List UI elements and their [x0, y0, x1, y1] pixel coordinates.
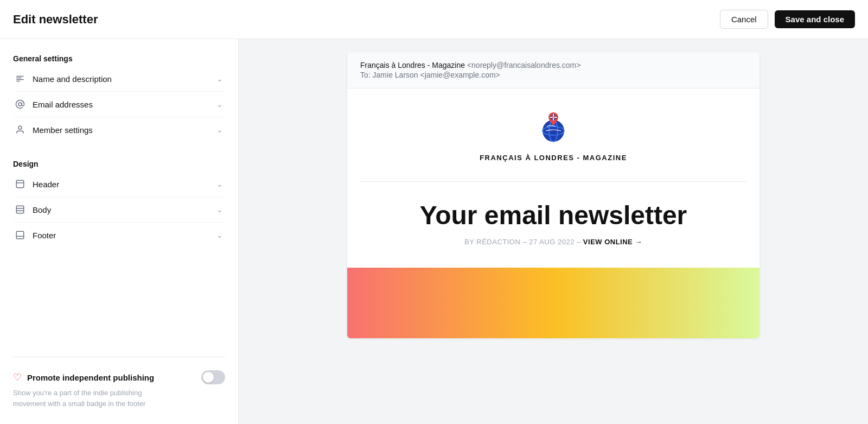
- at-icon: [15, 99, 25, 109]
- email-headline: Your email newsletter: [347, 201, 760, 230]
- svg-point-5: [18, 126, 22, 129]
- svg-rect-8: [16, 206, 24, 213]
- sidebar-item-name-description[interactable]: Name and description ⌄: [13, 66, 225, 92]
- email-card: Français à Londres - Magazine <noreply@f…: [347, 52, 760, 338]
- header-actions: Cancel Save and close: [720, 10, 855, 29]
- design-label: Design: [13, 160, 225, 168]
- body-layout-icon: [15, 205, 25, 214]
- promote-toggle[interactable]: [201, 370, 225, 384]
- person-icon: [15, 125, 25, 135]
- general-settings-label: General settings: [13, 54, 225, 63]
- design-section: Design Header ⌄: [13, 160, 225, 248]
- to-label: To:: [360, 71, 371, 79]
- email-divider: [360, 181, 746, 182]
- promote-description: Show you're a part of the indie publishi…: [13, 388, 154, 409]
- text-icon: [15, 74, 25, 84]
- sidebar-item-email-addresses[interactable]: Email addresses ⌄: [13, 92, 225, 117]
- to-value: Jamie Larson <jamie@example.com>: [373, 71, 500, 79]
- footer-layout-icon: [15, 230, 25, 240]
- body-label: Body: [33, 205, 51, 214]
- from-email: <noreply@francaisalondres.com>: [467, 61, 581, 69]
- svg-rect-6: [16, 180, 24, 188]
- email-from: Français à Londres - Magazine <noreply@f…: [360, 61, 746, 69]
- promote-section: ♡ Promote independent publishing Show yo…: [13, 357, 225, 409]
- email-byline: BY RÉDACTION – 27 AUG 2022 – VIEW ONLINE…: [347, 238, 760, 246]
- pub-name: FRANÇAIS À LONDRES - MAGAZINE: [347, 154, 760, 162]
- member-settings-label: Member settings: [33, 125, 93, 135]
- main-content: General settings Name and description ⌄: [0, 39, 868, 424]
- view-online-link[interactable]: VIEW ONLINE →: [583, 238, 642, 246]
- toggle-knob: [203, 372, 214, 383]
- email-preview: Français à Londres - Magazine <noreply@f…: [239, 39, 868, 424]
- cancel-button[interactable]: Cancel: [720, 10, 768, 29]
- header-layout-icon: [15, 179, 25, 189]
- svg-point-4: [18, 103, 22, 106]
- header-label: Header: [33, 180, 59, 189]
- email-logo: [347, 110, 760, 145]
- email-image: [347, 268, 760, 338]
- chevron-down-icon: ⌄: [216, 100, 223, 109]
- from-name: Français à Londres - Magazine: [360, 61, 465, 69]
- chevron-down-icon: ⌄: [216, 125, 223, 134]
- byline-text: BY RÉDACTION – 27 AUG 2022 –: [464, 238, 581, 246]
- email-to: To: Jamie Larson <jamie@example.com>: [360, 71, 746, 79]
- sidebar-item-header[interactable]: Header ⌄: [13, 172, 225, 197]
- name-description-label: Name and description: [33, 74, 112, 84]
- email-meta: Français à Londres - Magazine <noreply@f…: [347, 52, 760, 88]
- general-settings-section: General settings Name and description ⌄: [13, 54, 225, 142]
- chevron-down-icon: ⌄: [216, 180, 223, 188]
- footer-label: Footer: [33, 231, 56, 240]
- chevron-down-icon: ⌄: [216, 205, 223, 214]
- save-button[interactable]: Save and close: [775, 10, 855, 28]
- chevron-down-icon: ⌄: [216, 74, 223, 83]
- promote-title: Promote independent publishing: [27, 373, 154, 382]
- chevron-down-icon: ⌄: [216, 231, 223, 239]
- page-title: Edit newsletter: [13, 12, 98, 27]
- sidebar: General settings Name and description ⌄: [0, 39, 239, 424]
- sidebar-item-footer[interactable]: Footer ⌄: [13, 223, 225, 248]
- heart-icon: ♡: [13, 371, 22, 383]
- email-body: FRANÇAIS À LONDRES - MAGAZINE Your email…: [347, 88, 760, 338]
- svg-rect-11: [16, 231, 24, 239]
- sidebar-item-body[interactable]: Body ⌄: [13, 197, 225, 223]
- sidebar-item-member-settings[interactable]: Member settings ⌄: [13, 117, 225, 142]
- email-addresses-label: Email addresses: [33, 100, 93, 109]
- page-header: Edit newsletter Cancel Save and close: [0, 0, 868, 39]
